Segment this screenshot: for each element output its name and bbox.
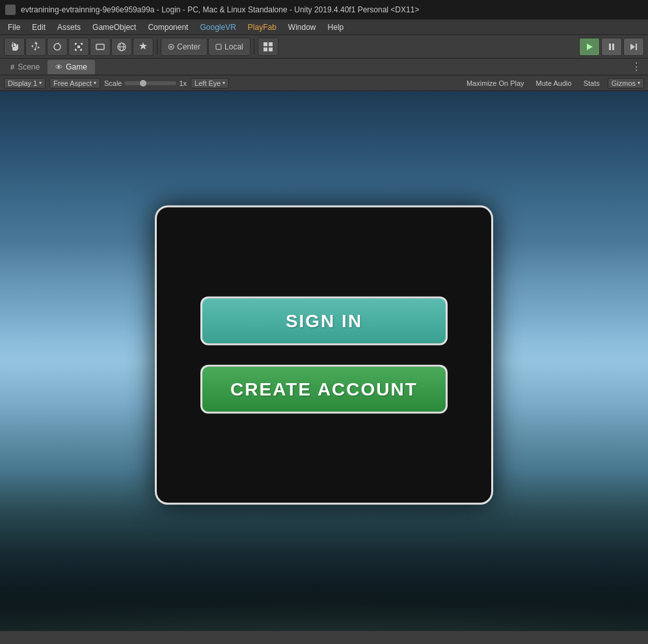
step-button[interactable]	[623, 38, 644, 56]
game-eye-icon: 👁	[55, 63, 62, 71]
separator-2	[254, 39, 254, 55]
sign-in-button[interactable]: SIGN IN	[200, 297, 448, 345]
tab-scene[interactable]: # Scene	[3, 60, 47, 74]
aspect-dropdown[interactable]: Free Aspect ▾	[49, 78, 100, 88]
svg-rect-11	[612, 44, 614, 50]
game-viewport: SIGN IN CREATE ACCOUNT	[0, 91, 648, 631]
menu-window[interactable]: Window	[283, 21, 321, 33]
titlebar: evtranining-evtrainning-9e96e959a99a - L…	[0, 0, 648, 20]
tab-more-button[interactable]: ⋮	[627, 60, 645, 73]
tab-game[interactable]: 👁 Game	[47, 60, 95, 74]
move-tool[interactable]	[25, 38, 46, 56]
transform-tools	[4, 38, 154, 56]
separator-1	[157, 39, 157, 55]
menu-gameobject[interactable]: GameObject	[87, 21, 141, 33]
custom-tool[interactable]	[133, 38, 154, 56]
menu-help[interactable]: Help	[323, 21, 349, 33]
titlebar-title: evtranining-evtrainning-9e96e959a99a - L…	[21, 5, 419, 14]
center-toggle[interactable]: Center	[161, 38, 208, 56]
svg-marker-12	[630, 44, 635, 50]
grid-toggle[interactable]	[258, 38, 278, 56]
mute-audio[interactable]: Mute Audio	[532, 79, 576, 88]
gizmos-dropdown[interactable]: Gizmos ▾	[608, 78, 644, 88]
gizmos-arrow-icon: ▾	[638, 80, 640, 86]
eye-arrow-icon: ▾	[223, 80, 225, 86]
toolbar: Center Local	[0, 35, 648, 59]
svg-rect-8	[216, 44, 221, 49]
svg-marker-9	[587, 44, 593, 50]
login-panel: SIGN IN CREATE ACCOUNT	[155, 206, 493, 505]
scale-slider[interactable]	[124, 81, 176, 85]
ground-background	[0, 501, 648, 631]
display-arrow-icon: ▾	[39, 80, 42, 86]
play-button[interactable]	[579, 38, 600, 56]
aspect-arrow-icon: ▾	[94, 80, 96, 86]
menu-edit[interactable]: Edit	[27, 21, 51, 33]
pivot-tools: Center Local	[161, 38, 250, 56]
game-toolbar: Display 1 ▾ Free Aspect ▾ Scale 1x Left …	[0, 75, 648, 91]
svg-rect-2	[96, 44, 104, 49]
display-dropdown[interactable]: Display 1 ▾	[4, 78, 46, 88]
svg-rect-10	[609, 44, 611, 50]
maximize-on-play[interactable]: Maximize On Play	[463, 79, 528, 88]
menu-assets[interactable]: Assets	[52, 21, 86, 33]
svg-rect-13	[636, 44, 637, 50]
scene-hash-icon: #	[10, 63, 14, 71]
menu-googlevr[interactable]: GoogleVR	[195, 21, 241, 33]
menu-file[interactable]: File	[3, 21, 25, 33]
globe-tool[interactable]	[111, 38, 132, 56]
scale-control: Scale 1x	[104, 79, 187, 87]
hand-tool[interactable]	[4, 38, 25, 56]
svg-point-7	[170, 46, 172, 47]
menubar: File Edit Assets GameObject Component Go…	[0, 20, 648, 35]
eye-dropdown[interactable]: Left Eye ▾	[191, 78, 229, 88]
create-account-button[interactable]: CREATE ACCOUNT	[200, 365, 448, 414]
local-toggle[interactable]: Local	[208, 38, 250, 56]
svg-rect-1	[77, 46, 80, 48]
pause-button[interactable]	[601, 38, 622, 56]
svg-point-0	[54, 44, 61, 50]
menu-playfab[interactable]: PlayFab	[243, 21, 282, 33]
tab-bar: # Scene 👁 Game ⋮	[0, 59, 648, 75]
scale-slider-thumb	[140, 80, 146, 87]
stats-toggle[interactable]: Stats	[580, 79, 604, 88]
rect-tool[interactable]	[90, 38, 111, 56]
menu-component[interactable]: Component	[142, 21, 193, 33]
scale-tool[interactable]	[68, 38, 89, 56]
unity-icon	[5, 5, 16, 15]
rotate-tool[interactable]	[47, 38, 68, 56]
